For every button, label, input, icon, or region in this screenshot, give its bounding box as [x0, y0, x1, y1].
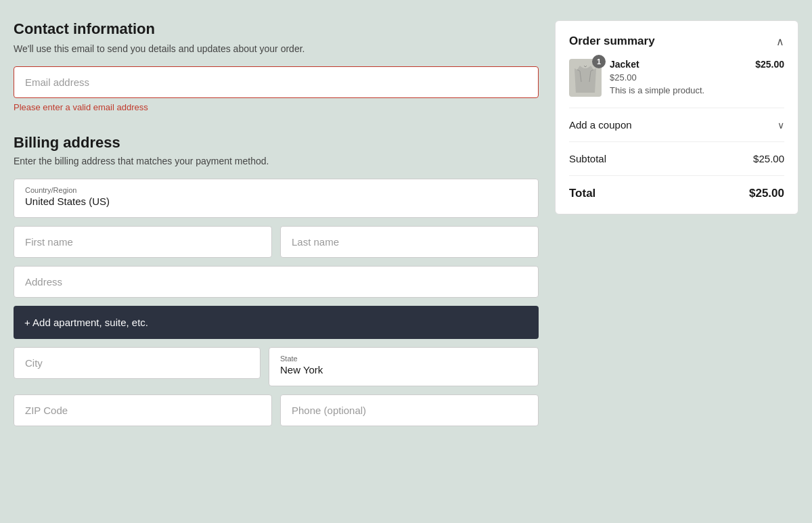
- order-summary-card: Order summary ∧ 1: [555, 20, 798, 214]
- chevron-down-icon: ∨: [777, 120, 784, 131]
- zip-phone-row: [14, 394, 539, 426]
- order-summary-header: Order summary ∧: [569, 35, 784, 48]
- total-value: $25.00: [749, 187, 784, 200]
- coupon-label: Add a coupon: [569, 119, 632, 131]
- contact-subtitle: We'll use this email to send you details…: [14, 43, 539, 54]
- state-label: State: [280, 355, 527, 363]
- product-row: 1 Jacket $25.00 This is a simple product…: [569, 59, 784, 108]
- last-name-field[interactable]: [280, 226, 539, 258]
- product-name: Jacket: [610, 59, 747, 70]
- state-value: New York: [280, 364, 323, 376]
- first-name-wrapper: [14, 226, 272, 258]
- billing-subtitle: Enter the billing address that matches y…: [14, 156, 539, 166]
- zip-wrapper: [14, 394, 272, 426]
- total-label: Total: [569, 187, 595, 200]
- country-select[interactable]: Country/Region United States (US): [14, 179, 539, 218]
- product-badge: 1: [592, 55, 606, 68]
- product-description: This is a simple product.: [610, 85, 747, 95]
- city-wrapper: [14, 347, 261, 386]
- total-row: Total $25.00: [569, 187, 784, 200]
- billing-title: Billing address: [14, 134, 539, 152]
- order-summary-title: Order summary: [569, 35, 655, 48]
- country-label: Country/Region: [25, 186, 527, 194]
- left-column: Contact information We'll use this email…: [14, 20, 539, 426]
- country-field-wrapper: Country/Region United States (US): [14, 179, 539, 218]
- right-column: Order summary ∧ 1: [555, 20, 798, 426]
- coupon-row[interactable]: Add a coupon ∨: [569, 119, 784, 142]
- jacket-illustration: [574, 63, 596, 93]
- zip-field[interactable]: [14, 394, 272, 426]
- city-state-row: State New York: [14, 347, 539, 386]
- add-apt-button[interactable]: + Add apartment, suite, etc.: [14, 306, 539, 339]
- country-value: United States (US): [25, 196, 110, 207]
- subtotal-row: Subtotal $25.00: [569, 153, 784, 176]
- last-name-wrapper: [280, 226, 539, 258]
- address-row: [14, 266, 539, 298]
- name-row: [14, 226, 539, 258]
- page-container: Contact information We'll use this email…: [14, 20, 798, 426]
- billing-section: Billing address Enter the billing addres…: [14, 134, 539, 426]
- chevron-up-icon[interactable]: ∧: [776, 35, 784, 48]
- city-field[interactable]: [14, 347, 261, 379]
- product-price-sub: $25.00: [610, 72, 747, 83]
- first-name-field[interactable]: [14, 226, 272, 258]
- state-select[interactable]: State New York: [269, 347, 539, 386]
- product-info: Jacket $25.00 This is a simple product.: [610, 59, 747, 95]
- product-price-main: $25.00: [755, 59, 784, 70]
- subtotal-label: Subtotal: [569, 153, 606, 164]
- contact-section: Contact information We'll use this email…: [14, 20, 539, 112]
- phone-field[interactable]: [280, 394, 539, 426]
- email-error: Please enter a valid email address: [14, 102, 539, 112]
- email-field[interactable]: [14, 66, 539, 98]
- subtotal-value: $25.00: [753, 153, 784, 164]
- contact-title: Contact information: [14, 20, 539, 38]
- address-field[interactable]: [14, 266, 539, 298]
- product-image-wrapper: 1: [569, 59, 602, 97]
- phone-wrapper: [280, 394, 539, 426]
